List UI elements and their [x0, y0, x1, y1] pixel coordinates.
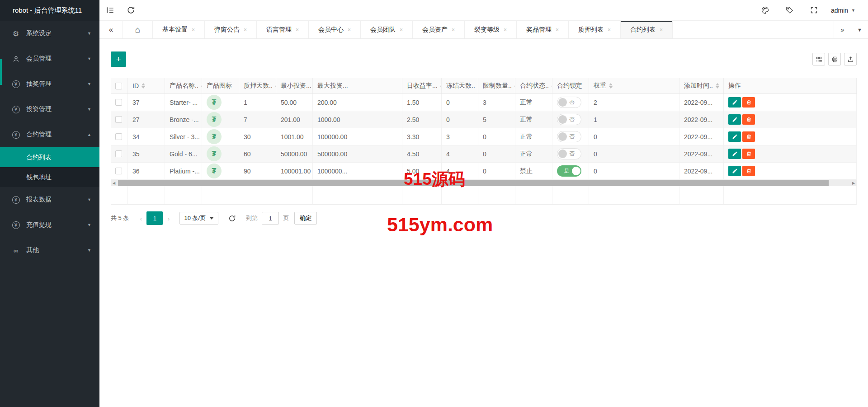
tab-5[interactable]: 会员资产×	[413, 21, 465, 38]
row-checkbox[interactable]	[115, 133, 122, 140]
cell-value: 500000.00	[317, 150, 347, 158]
row-checkbox[interactable]	[115, 99, 122, 106]
sidebar-item-3[interactable]: ¥投资管理▼	[0, 97, 99, 122]
sidebar-item-0[interactable]: ⚙系统设定▼	[0, 21, 99, 46]
sort-icon[interactable]	[142, 83, 145, 89]
tab-4[interactable]: 会员团队×	[361, 21, 413, 38]
chevron-down-icon: ▼	[851, 8, 855, 13]
lock-toggle[interactable]: 否	[557, 131, 581, 142]
cell-value: 0	[446, 116, 450, 123]
lock-toggle[interactable]: 否	[557, 97, 581, 108]
prev-page-icon[interactable]: ‹	[135, 215, 146, 222]
page-size-value: 10 条/页	[184, 214, 206, 222]
row-checkbox[interactable]	[115, 150, 122, 157]
usdt-icon: ₮	[207, 95, 222, 110]
sidebar-item-4[interactable]: ¥合约管理▲	[0, 122, 99, 147]
print-icon[interactable]	[828, 53, 841, 65]
cell-value: 0	[483, 150, 486, 158]
column-header-time: 添加时间..	[679, 78, 724, 94]
tab-close-icon[interactable]: ×	[452, 27, 455, 33]
sort-icon[interactable]	[716, 83, 719, 89]
tab-close-icon[interactable]: ×	[504, 27, 507, 33]
sidebar-subitem-4-1[interactable]: 钱包地址	[0, 167, 99, 187]
sidebar-item-1[interactable]: 会员管理▼	[0, 46, 99, 71]
tab-7[interactable]: 奖品管理×	[517, 21, 569, 38]
tab-close-icon[interactable]: ×	[660, 27, 663, 33]
scrollbar-thumb[interactable]	[118, 180, 829, 186]
edit-button[interactable]	[728, 131, 741, 142]
current-page-button[interactable]: 1	[146, 211, 163, 225]
footer-cell	[239, 186, 276, 204]
cell-id: 36	[128, 163, 165, 179]
delete-button[interactable]	[742, 97, 755, 108]
select-all-checkbox[interactable]	[115, 83, 122, 89]
sidebar-subitem-4-0[interactable]: 合约列表	[0, 147, 99, 167]
cell-name: Platium -...	[165, 163, 202, 179]
export-icon[interactable]	[844, 53, 857, 65]
sidebar-item-5[interactable]: ¥报表数据▼	[0, 187, 99, 212]
cell-value: 0	[483, 133, 486, 140]
cell-time: 2022-09...	[679, 111, 724, 128]
edit-button[interactable]	[728, 97, 741, 108]
chevron-down-icon: ▼	[87, 31, 91, 36]
cell-lock: 否	[552, 94, 589, 111]
column-header-limit: 限制数量..	[478, 78, 515, 94]
tab-label: 基本设置	[162, 26, 188, 34]
tab-6[interactable]: 裂变等级×	[465, 21, 517, 38]
tab-close-icon[interactable]: ×	[348, 27, 351, 33]
tab-close-icon[interactable]: ×	[608, 27, 611, 33]
sidebar-item-6[interactable]: ¥充值提现▼	[0, 212, 99, 238]
user-menu[interactable]: admin ▼	[826, 7, 860, 14]
tab-3[interactable]: 会员中心×	[309, 21, 361, 38]
sidebar-scrollbar[interactable]	[0, 59, 2, 85]
tabs-scroll-right-icon[interactable]: »	[834, 21, 851, 38]
scroll-right-arrow-icon[interactable]: ▶	[850, 180, 857, 186]
pagination-refresh-icon[interactable]	[228, 215, 236, 222]
refresh-icon[interactable]	[120, 0, 141, 21]
sort-icon[interactable]	[609, 83, 613, 89]
page-size-select[interactable]: 10 条/页	[179, 212, 218, 225]
horizontal-scrollbar[interactable]: ◀ ▶	[111, 180, 857, 186]
tabs-menu-icon[interactable]: ▼	[851, 21, 868, 38]
row-checkbox[interactable]	[115, 168, 122, 174]
add-button[interactable]: +	[111, 51, 126, 67]
edit-button[interactable]	[728, 114, 741, 125]
sidebar-item-7[interactable]: ∞其他▼	[0, 238, 99, 263]
tab-close-icon[interactable]: ×	[556, 27, 559, 33]
lock-toggle[interactable]: 否	[557, 114, 581, 125]
edit-button[interactable]	[728, 149, 741, 159]
sidebar-item-2[interactable]: ¥抽奖管理▼	[0, 71, 99, 97]
tab-1[interactable]: 弹窗公告×	[205, 21, 257, 38]
tab-close-icon[interactable]: ×	[244, 27, 247, 33]
tab-close-icon[interactable]: ×	[192, 27, 195, 33]
column-label: 添加时间..	[684, 82, 713, 90]
tab-0[interactable]: 基本设置×	[153, 21, 205, 38]
columns-filter-icon[interactable]	[812, 53, 825, 65]
delete-button[interactable]	[742, 114, 755, 125]
tab-close-icon[interactable]: ×	[400, 27, 403, 33]
tabs-scroll-left-icon[interactable]: «	[99, 21, 123, 38]
next-page-icon[interactable]: ›	[163, 215, 174, 222]
cell-value: 2022-09...	[684, 99, 712, 106]
delete-button[interactable]	[742, 149, 755, 159]
edit-button[interactable]	[728, 166, 741, 176]
tab-8[interactable]: 质押列表×	[569, 21, 621, 38]
fullscreen-icon[interactable]	[802, 0, 826, 21]
toolbar-right	[812, 53, 857, 65]
scroll-left-arrow-icon[interactable]: ◀	[111, 180, 117, 186]
home-tab-icon[interactable]: ⌂	[123, 21, 153, 38]
tab-9[interactable]: 合约列表×	[621, 21, 673, 38]
tab-2[interactable]: 语言管理×	[257, 21, 309, 38]
delete-button[interactable]	[742, 131, 755, 142]
goto-confirm-button[interactable]: 确定	[294, 212, 317, 225]
theme-palette-icon[interactable]	[753, 0, 778, 21]
goto-page-input[interactable]	[262, 212, 279, 225]
lock-toggle[interactable]: 是	[557, 165, 581, 177]
collapse-menu-icon[interactable]	[99, 0, 120, 21]
lock-toggle[interactable]: 否	[557, 148, 581, 159]
delete-button[interactable]	[742, 166, 755, 176]
row-checkbox[interactable]	[115, 116, 122, 123]
tag-icon[interactable]	[778, 0, 802, 21]
tab-close-icon[interactable]: ×	[296, 27, 299, 33]
cell-days: 90	[239, 163, 276, 179]
